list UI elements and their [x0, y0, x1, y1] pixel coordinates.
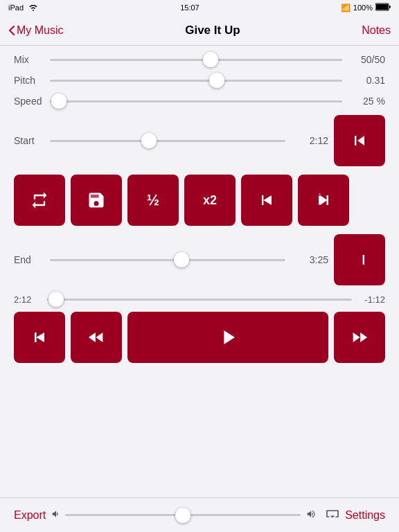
mix-label: Mix — [14, 54, 43, 65]
volume-high-icon — [305, 509, 317, 521]
status-time: 15:07 — [180, 3, 200, 12]
export-button[interactable]: Export — [14, 509, 46, 522]
battery-icon — [375, 3, 391, 12]
nav-bar: My Music Give It Up Notes — [0, 15, 399, 46]
mix-value: 50/50 — [349, 54, 385, 65]
end-value: 3:25 — [292, 254, 328, 265]
transport-row — [14, 312, 385, 363]
position-bar-row: 2:12 -1:12 — [14, 292, 385, 306]
speed-slider[interactable] — [50, 94, 342, 108]
position-right: -1:12 — [359, 294, 385, 305]
double-speed-label: x2 — [203, 193, 217, 208]
volume-control — [51, 508, 339, 522]
half-speed-label: ½ — [147, 191, 159, 209]
mix-slider[interactable] — [50, 53, 342, 66]
back-label: My Music — [17, 24, 64, 37]
airplay-icon[interactable] — [326, 508, 339, 522]
settings-button[interactable]: Settings — [345, 509, 385, 522]
end-slider[interactable] — [50, 253, 285, 267]
start-slider[interactable] — [50, 134, 285, 148]
bluetooth-icon: 📶 — [341, 3, 351, 12]
position-left: 2:12 — [14, 294, 40, 305]
speed-value: 25 % — [349, 96, 385, 107]
double-speed-button[interactable]: x2 — [184, 175, 236, 226]
bottom-toolbar: Export Settings — [0, 497, 399, 532]
save-loop-button[interactable] — [71, 175, 122, 226]
svg-rect-2 — [327, 195, 328, 205]
status-right: 📶 100% — [341, 3, 391, 12]
speed-slider-row: Speed 25 % — [14, 94, 385, 108]
pitch-slider[interactable] — [50, 73, 342, 87]
wifi-icon — [28, 3, 39, 12]
end-slider-row: End 3:25 — [14, 253, 328, 267]
svg-rect-1 — [376, 4, 388, 10]
speed-label: Speed — [14, 96, 43, 107]
step-forward-button[interactable] — [298, 175, 349, 226]
start-slider-row: Start 2:12 — [14, 134, 328, 148]
control-buttons: ½ x2 — [14, 175, 385, 226]
end-label: End — [14, 254, 43, 265]
fast-forward-button[interactable] — [334, 312, 385, 363]
notes-button[interactable]: Notes — [362, 24, 391, 37]
start-label: Start — [14, 135, 43, 146]
skip-to-end-button[interactable] — [334, 234, 385, 285]
mix-slider-row: Mix 50/50 — [14, 53, 385, 66]
page-title: Give It Up — [185, 24, 240, 37]
start-value: 2:12 — [292, 135, 328, 146]
half-speed-button[interactable]: ½ — [127, 175, 179, 226]
position-slider[interactable] — [47, 292, 352, 306]
skip-to-beginning-button[interactable] — [14, 312, 65, 363]
device-label: iPad — [8, 3, 24, 12]
volume-slider[interactable] — [65, 508, 301, 522]
pitch-label: Pitch — [14, 75, 43, 86]
status-bar: iPad 15:07 📶 100% — [0, 0, 399, 15]
play-button[interactable] — [127, 312, 328, 363]
battery-label: 100% — [353, 3, 373, 12]
back-button[interactable]: My Music — [8, 24, 64, 37]
rewind-button[interactable] — [71, 312, 122, 363]
loop-button[interactable] — [14, 175, 65, 226]
pitch-value: 0.31 — [349, 75, 385, 86]
step-back-button[interactable] — [241, 175, 292, 226]
skip-to-start-button[interactable] — [334, 115, 385, 166]
status-left: iPad — [8, 3, 39, 12]
main-content: Mix 50/50 Pitch 0.31 Speed 25 % Start — [0, 46, 399, 497]
pitch-slider-row: Pitch 0.31 — [14, 73, 385, 87]
volume-low-icon — [51, 509, 61, 521]
